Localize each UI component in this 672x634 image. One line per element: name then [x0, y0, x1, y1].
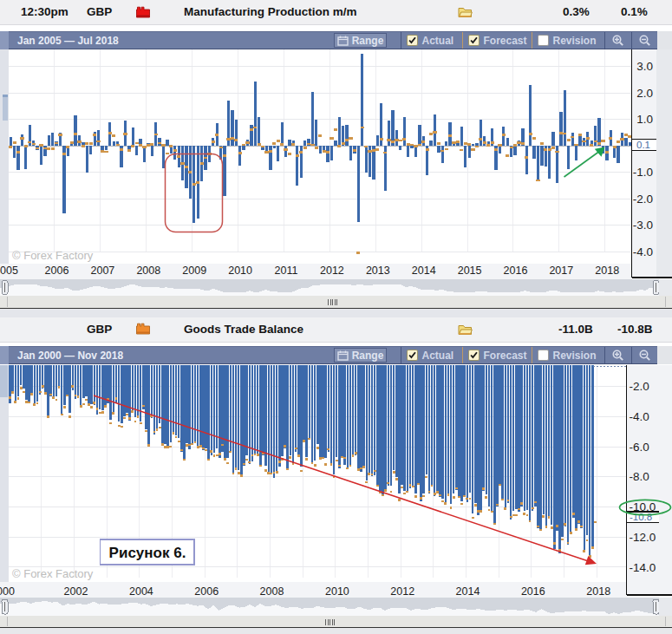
svg-text:-4.0: -4.0 [630, 410, 649, 423]
svg-text:2.0: 2.0 [636, 87, 653, 100]
svg-text:2015: 2015 [458, 265, 482, 277]
svg-text:-12.0: -12.0 [630, 531, 656, 544]
svg-text:2007: 2007 [90, 265, 114, 277]
svg-text:Рисунок 6.: Рисунок 6. [109, 545, 186, 561]
svg-text:© Forex Factory: © Forex Factory [12, 567, 94, 580]
svg-text:-8.0: -8.0 [630, 470, 649, 483]
svg-text:2018: 2018 [586, 585, 610, 598]
svg-text:2009: 2009 [182, 265, 206, 277]
svg-text:2016: 2016 [504, 265, 528, 277]
svg-text:2018: 2018 [595, 265, 619, 277]
svg-text:2010: 2010 [325, 585, 349, 598]
svg-text:2011: 2011 [275, 265, 298, 277]
svg-text:-6.0: -6.0 [630, 441, 649, 454]
svg-text:2016: 2016 [521, 585, 545, 598]
svg-text:2014: 2014 [412, 265, 436, 277]
svg-text:2014: 2014 [456, 585, 480, 598]
svg-text:-4.0: -4.0 [633, 245, 653, 258]
svg-text:2002: 2002 [64, 585, 88, 598]
svg-text:2012: 2012 [390, 585, 414, 598]
svg-text:-2.0: -2.0 [633, 193, 653, 206]
svg-text:0.1: 0.1 [636, 140, 650, 150]
svg-text:-3.0: -3.0 [633, 219, 653, 232]
svg-text:1.0: 1.0 [636, 113, 653, 126]
svg-text:2008: 2008 [260, 585, 284, 598]
svg-text:2017: 2017 [549, 265, 573, 277]
svg-text:2012: 2012 [320, 265, 344, 277]
svg-text:2005: 2005 [0, 265, 18, 277]
svg-text:2000: 2000 [0, 585, 15, 598]
svg-text:2008: 2008 [136, 265, 160, 277]
svg-text:2006: 2006 [45, 265, 69, 277]
svg-text:2004: 2004 [129, 585, 153, 598]
svg-text:-2.0: -2.0 [630, 380, 649, 393]
svg-text:2006: 2006 [194, 585, 219, 598]
svg-text:© Forex Factory: © Forex Factory [12, 249, 94, 262]
svg-text:3.0: 3.0 [636, 60, 653, 73]
svg-text:2013: 2013 [366, 265, 390, 277]
svg-text:2010: 2010 [228, 265, 252, 277]
svg-text:-14.0: -14.0 [630, 561, 656, 574]
svg-text:-1.0: -1.0 [633, 166, 653, 179]
